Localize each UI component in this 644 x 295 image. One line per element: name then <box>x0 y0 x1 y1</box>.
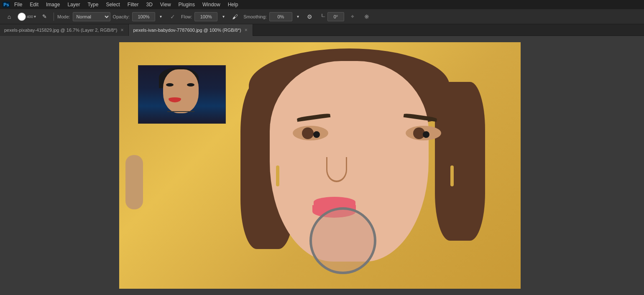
settings-gear-icon: ⚙ <box>307 13 312 20</box>
pupil-right <box>423 131 429 138</box>
pupil-left <box>313 131 320 138</box>
portrait-face-inner <box>157 67 207 122</box>
iris-left <box>302 127 314 139</box>
iris-right <box>413 127 425 139</box>
tab-1[interactable]: pexels-pixabay-415829.jpg @ 16.7% (Layer… <box>0 24 129 36</box>
smoothing-label: Smoothing: <box>243 14 267 19</box>
extra-settings-icon: ❋ <box>364 13 369 20</box>
brush-size-value: 400 <box>27 15 33 19</box>
menu-layer[interactable]: Layer <box>64 1 83 8</box>
main-canvas[interactable] <box>119 42 521 289</box>
edit-brush-button[interactable]: ✎ <box>38 11 50 23</box>
tab-1-close[interactable]: × <box>120 27 124 33</box>
toolbar: ⌂ 400 ▾ ✎ Mode: Normal Opacity: ▾ ✓ Flow… <box>0 9 644 24</box>
mode-select[interactable]: Normal <box>73 12 110 21</box>
skin-swatch-brush-stroke <box>125 155 143 209</box>
separator-1 <box>54 13 54 21</box>
tab-2[interactable]: pexels-ivan-babydov-7787600.jpg @ 100% (… <box>129 24 253 36</box>
home-icon: ⌂ <box>8 13 11 20</box>
airbrush-button[interactable]: 🖌 <box>229 11 241 23</box>
opacity-dropdown[interactable]: ▾ <box>158 11 164 23</box>
angle-input[interactable] <box>327 12 344 21</box>
opacity-input[interactable] <box>132 12 155 21</box>
menu-view[interactable]: View <box>157 1 174 8</box>
smoothing-dropdown[interactable]: ▾ <box>295 11 302 23</box>
check-circle-icon: ✓ <box>170 13 175 20</box>
extra-settings-button[interactable]: ❋ <box>361 11 373 23</box>
smoothing-input[interactable] <box>269 12 292 21</box>
mode-label: Mode: <box>57 14 70 19</box>
menu-image[interactable]: Image <box>43 1 63 8</box>
menu-filter[interactable]: Filter <box>124 1 142 8</box>
face-shape <box>270 61 429 262</box>
menu-edit[interactable]: Edit <box>26 1 42 8</box>
portrait-eye-right <box>187 83 194 86</box>
angle-icon <box>318 13 326 20</box>
menu-bar: Ps File Edit Image Layer Type Select Fil… <box>0 0 644 9</box>
flow-label: Flow: <box>181 14 192 19</box>
eye-left <box>293 126 328 140</box>
menu-type[interactable]: Type <box>84 1 102 8</box>
flow-input[interactable] <box>194 12 217 21</box>
home-button[interactable]: ⌂ <box>3 11 15 23</box>
menu-file[interactable]: File <box>11 1 26 8</box>
tab-2-title: pexels-ivan-babydov-7787600.jpg @ 100% (… <box>133 28 241 33</box>
tab-2-close[interactable]: × <box>244 27 248 33</box>
app-logo: Ps <box>3 2 10 8</box>
eye-right <box>406 126 441 140</box>
menu-3d[interactable]: 3D <box>143 1 156 8</box>
menu-select[interactable]: Select <box>102 1 123 8</box>
earring-left <box>276 165 279 186</box>
nose <box>326 157 347 182</box>
brush-dropdown-arrow[interactable]: ▾ <box>34 14 36 19</box>
earring-right <box>450 165 454 186</box>
flow-dropdown[interactable]: ▾ <box>220 11 227 23</box>
airbrush-icon: 🖌 <box>232 13 238 20</box>
opacity-toggle-button[interactable]: ✓ <box>167 11 179 23</box>
symmetry-icon: ⌖ <box>351 13 354 20</box>
tabs-bar: pexels-pixabay-415829.jpg @ 16.7% (Layer… <box>0 24 644 36</box>
opacity-label: Opacity: <box>113 14 130 19</box>
menu-plugins[interactable]: Plugins <box>175 1 198 8</box>
menu-window[interactable]: Window <box>199 1 224 8</box>
angle-container <box>318 12 344 21</box>
symmetry-button[interactable]: ⌖ <box>347 11 358 23</box>
tab-1-title: pexels-pixabay-415829.jpg @ 16.7% (Layer… <box>4 28 117 33</box>
menu-help[interactable]: Help <box>225 1 242 8</box>
brush-tool-container[interactable]: 400 ▾ <box>18 13 36 21</box>
brush-size-preview <box>18 13 26 21</box>
edit-brush-icon: ✎ <box>42 13 47 20</box>
canvas-area[interactable] <box>0 36 644 295</box>
main-face-container <box>203 42 521 289</box>
main-face <box>236 48 487 282</box>
lips-lower <box>312 205 356 218</box>
hair-right <box>435 82 485 241</box>
portrait-necklace <box>167 111 194 114</box>
portrait-eye-left <box>166 83 174 86</box>
portrait-face-shape <box>163 69 199 113</box>
smoothing-settings-button[interactable]: ⚙ <box>304 11 316 23</box>
